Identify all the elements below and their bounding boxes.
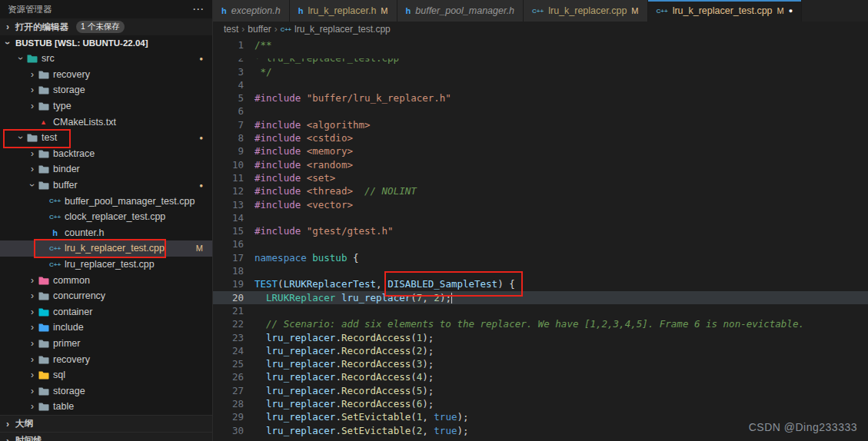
folder-icon bbox=[37, 164, 50, 174]
breadcrumb-item-buffer[interactable]: buffer bbox=[248, 24, 271, 35]
code-line-9[interactable]: 9#include <memory> bbox=[213, 144, 868, 158]
tab-lru_k_replacer.h[interactable]: hlru_k_replacer.hM bbox=[290, 0, 397, 22]
tree-item-lru_k_replacer_test.cpp[interactable]: ›C++lru_k_replacer_test.cppM bbox=[0, 240, 212, 257]
line-number: 1 bbox=[213, 38, 244, 51]
folder-icon bbox=[37, 339, 50, 348]
line-number: 27 bbox=[213, 384, 244, 397]
tree-item-src[interactable]: ›src● bbox=[0, 51, 212, 67]
code-line-content: namespace bustub { bbox=[244, 251, 358, 264]
modified-dot-badge: ● bbox=[199, 182, 203, 189]
open-editors-section-header[interactable]: › 打开的编辑器 1 个未保存 bbox=[0, 18, 212, 35]
tree-item-include[interactable]: ›include bbox=[0, 320, 212, 336]
code-line-5[interactable]: 5#include "buffer/lru_k_replacer.h" bbox=[213, 91, 868, 104]
code-line-13[interactable]: 13#include <vector> bbox=[213, 198, 868, 211]
tree-item-recovery[interactable]: ›recovery bbox=[0, 67, 212, 83]
code-line-16[interactable]: 16 bbox=[213, 237, 868, 250]
tree-item-label: recovery bbox=[53, 69, 90, 80]
line-number: 15 bbox=[213, 224, 244, 237]
tab-exception.h[interactable]: hexception.h bbox=[213, 0, 290, 22]
code-line-1[interactable]: 1/** bbox=[213, 38, 868, 51]
chevron-right-icon: › bbox=[28, 148, 37, 159]
chevron-right-icon: › bbox=[3, 419, 12, 429]
code-line-26[interactable]: 26 lru_replacer.RecordAccess(4); bbox=[213, 370, 868, 383]
code-line-27[interactable]: 27 lru_replacer.RecordAccess(5); bbox=[213, 384, 868, 397]
code-line-19[interactable]: 19TEST(LRUKReplacerTest, DISABLED_Sample… bbox=[213, 277, 868, 290]
code-line-content: lru_replacer.RecordAccess(4); bbox=[244, 370, 434, 383]
timeline-section-header[interactable]: › 时间线 bbox=[0, 432, 212, 441]
header-file-icon: h bbox=[406, 6, 411, 15]
code-line-content bbox=[244, 104, 254, 118]
chevron-right-icon: › bbox=[28, 322, 37, 333]
tree-item-counter.h[interactable]: ›hcounter.h bbox=[0, 225, 212, 241]
code-line-content: * lru_k_replacer_test.cpp bbox=[244, 51, 399, 65]
tree-item-clock_replacer_test.cpp[interactable]: ›C++clock_replacer_test.cpp bbox=[0, 209, 212, 225]
tree-item-label: backtrace bbox=[53, 148, 95, 159]
sidebar-header: 资源管理器 ⋯ bbox=[0, 0, 212, 18]
code-line-2[interactable]: 2* lru_k_replacer_test.cpp bbox=[213, 51, 868, 65]
tree-item-storage[interactable]: ›storage bbox=[0, 383, 212, 399]
tree-item-table[interactable]: ›table bbox=[0, 399, 212, 415]
code-line-24[interactable]: 24 lru_replacer.RecordAccess(2); bbox=[213, 344, 868, 357]
code-line-4[interactable]: 4 bbox=[213, 78, 868, 91]
tab-buffer_pool_manager.h[interactable]: hbuffer_pool_manager.h bbox=[397, 0, 524, 22]
tree-item-lru_replacer_test.cpp[interactable]: ›C++lru_replacer_test.cpp bbox=[0, 257, 212, 273]
code-line-11[interactable]: 11#include <set> bbox=[213, 171, 868, 184]
tree-item-storage[interactable]: ›storage bbox=[0, 82, 212, 98]
tree-item-container[interactable]: ›container bbox=[0, 304, 212, 320]
code-line-18[interactable]: 18 bbox=[213, 264, 868, 277]
tab-label: buffer_pool_manager.h bbox=[415, 5, 514, 16]
tree-item-test[interactable]: ›test● bbox=[0, 130, 212, 146]
more-actions-icon[interactable]: ⋯ bbox=[192, 2, 205, 16]
tree-item-buffer_pool_manager_test.cpp[interactable]: ›C++buffer_pool_manager_test.cpp bbox=[0, 193, 212, 209]
code-line-8[interactable]: 8#include <cstdio> bbox=[213, 131, 868, 144]
code-line-17[interactable]: 17namespace bustub { bbox=[213, 251, 868, 264]
line-number: 24 bbox=[213, 344, 244, 357]
tab-lru_k_replacer_test.cpp[interactable]: C++lru_k_replacer_test.cppM● bbox=[648, 0, 803, 22]
code-line-23[interactable]: 23 lru_replacer.RecordAccess(1); bbox=[213, 331, 868, 344]
tree-item-label: recovery bbox=[53, 354, 90, 365]
chevron-down-icon: › bbox=[27, 181, 38, 190]
code-line-12[interactable]: 12#include <thread> // NOLINT bbox=[213, 184, 868, 197]
unsaved-dot-icon[interactable]: ● bbox=[789, 7, 793, 15]
tab-lru_k_replacer.cpp[interactable]: C++lru_k_replacer.cppM bbox=[524, 0, 647, 22]
code-line-20[interactable]: 20 LRUKReplacer lru_replacer(7, 2); bbox=[213, 291, 868, 304]
tree-item-primer[interactable]: ›primer bbox=[0, 336, 212, 352]
code-line-10[interactable]: 10#include <random> bbox=[213, 158, 868, 171]
code-editor[interactable]: 1/**2* lru_k_replacer_test.cpp3 */45#inc… bbox=[213, 37, 868, 441]
tree-item-recovery[interactable]: ›recovery bbox=[0, 351, 212, 367]
line-number: 25 bbox=[213, 357, 244, 370]
tree-item-buffer[interactable]: ›buffer● bbox=[0, 177, 212, 194]
tree-item-common[interactable]: ›common bbox=[0, 272, 212, 288]
header-file-icon: h bbox=[48, 228, 62, 237]
breadcrumb-item-lru_k_replacer_test.cpp[interactable]: lru_k_replacer_test.cpp bbox=[294, 24, 391, 35]
code-line-14[interactable]: 14 bbox=[213, 211, 868, 224]
line-number: 6 bbox=[213, 104, 244, 118]
breadcrumb-item-test[interactable]: test bbox=[224, 24, 238, 35]
code-line-22[interactable]: 22 // Scenario: add six elements to the … bbox=[213, 317, 868, 330]
code-line-content bbox=[244, 264, 254, 277]
line-number: 3 bbox=[213, 65, 244, 78]
tree-item-sql[interactable]: ›sql bbox=[0, 367, 212, 383]
tree-item-type[interactable]: ›type bbox=[0, 98, 212, 114]
code-line-3[interactable]: 3 */ bbox=[213, 65, 868, 78]
tree-item-backtrace[interactable]: ›backtrace bbox=[0, 146, 212, 162]
tree-root-bustub[interactable]: › BUSTUB [WSL: UBUNTU-22.04] bbox=[0, 35, 212, 51]
tree-item-concurrency[interactable]: ›concurrency bbox=[0, 288, 212, 304]
code-line-15[interactable]: 15#include "gtest/gtest.h" bbox=[213, 224, 868, 237]
tab-label: lru_k_replacer.h bbox=[308, 5, 376, 16]
tree-item-CMakeLists.txt[interactable]: ›▲CMakeLists.txt bbox=[0, 114, 212, 130]
line-number: 9 bbox=[213, 144, 244, 158]
folder-icon bbox=[37, 386, 50, 396]
code-line-28[interactable]: 28 lru_replacer.RecordAccess(6); bbox=[213, 397, 868, 410]
line-number: 12 bbox=[213, 184, 244, 197]
outline-section-header[interactable]: › 大纲 bbox=[0, 415, 212, 432]
code-line-content bbox=[244, 78, 254, 91]
folder-icon bbox=[37, 276, 50, 285]
tree-item-label: sql bbox=[53, 370, 65, 380]
code-line-7[interactable]: 7#include <algorithm> bbox=[213, 118, 868, 131]
outline-label: 大纲 bbox=[15, 418, 33, 429]
code-line-6[interactable]: 6 bbox=[213, 104, 868, 118]
code-line-25[interactable]: 25 lru_replacer.RecordAccess(3); bbox=[213, 357, 868, 370]
code-line-21[interactable]: 21 bbox=[213, 304, 868, 317]
tree-item-binder[interactable]: ›binder bbox=[0, 161, 212, 177]
